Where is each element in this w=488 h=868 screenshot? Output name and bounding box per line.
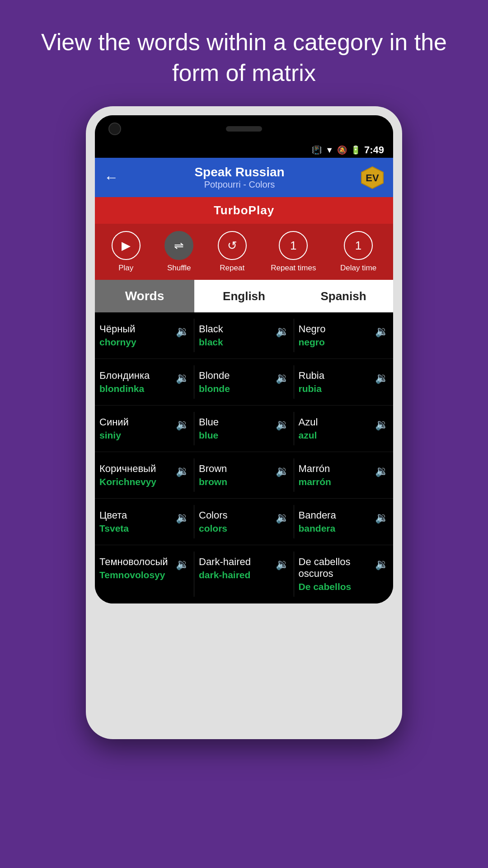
english-header-text: English bbox=[223, 289, 265, 303]
word-english-lower: blonde bbox=[199, 383, 230, 394]
sound-icon-native[interactable]: 🔉 bbox=[176, 465, 189, 477]
sound-icon-spanish[interactable]: 🔉 bbox=[375, 325, 389, 338]
signal-icon: 🔕 bbox=[337, 145, 347, 155]
word-transliteration: blondinka bbox=[99, 383, 150, 394]
sound-icon-native[interactable]: 🔉 bbox=[176, 372, 189, 384]
word-native: Темноволосый bbox=[99, 556, 168, 568]
controls-bar: ▶ Play ⇌ Shuffle ↺ Repeat 1 Repeat times… bbox=[95, 224, 393, 280]
word-cell-native: Блондинка blondinka 🔉 bbox=[95, 365, 194, 399]
sound-icon-english[interactable]: 🔉 bbox=[276, 372, 289, 384]
word-spanish-lower: azul bbox=[299, 430, 318, 441]
repeat-button[interactable]: ↺ bbox=[218, 231, 247, 260]
repeat-times-button[interactable]: 1 bbox=[279, 231, 308, 260]
table-row: Цвета Tsveta 🔉 Colors colors 🔉 Bandera b… bbox=[95, 499, 393, 545]
word-english-lower: colors bbox=[199, 523, 228, 534]
spanish-column-header: Spanish bbox=[294, 280, 393, 312]
sound-icon-spanish[interactable]: 🔉 bbox=[375, 465, 389, 477]
word-cell-english: Black black 🔉 bbox=[194, 319, 294, 352]
shuffle-label: Shuffle bbox=[167, 264, 191, 273]
play-control: ▶ Play bbox=[112, 231, 141, 273]
sound-icon-native[interactable]: 🔉 bbox=[176, 418, 189, 431]
word-spanish-lower: De cabellos bbox=[299, 581, 375, 592]
sound-icon-native[interactable]: 🔉 bbox=[176, 511, 189, 524]
word-english-main: Brown bbox=[199, 463, 227, 475]
word-spanish-main: Negro bbox=[299, 323, 326, 335]
word-english-main: Blonde bbox=[199, 370, 230, 382]
word-english-lower: black bbox=[199, 337, 223, 348]
word-cell-native: Чёрный chornyy 🔉 bbox=[95, 319, 194, 352]
phone-screen: 📳 ▼ 🔕 🔋 7:49 ← Speak Russian Potpourri -… bbox=[95, 115, 393, 604]
word-spanish-lower: negro bbox=[299, 337, 326, 348]
app-logo: EV bbox=[361, 166, 384, 189]
word-cell-native: Цвета Tsveta 🔉 bbox=[95, 505, 194, 538]
word-spanish-main: Bandera bbox=[299, 509, 336, 521]
word-cell-spanish: Azul azul 🔉 bbox=[294, 412, 394, 445]
turboplay-label: TurboPlay bbox=[214, 203, 274, 217]
word-cell-english: Blonde blonde 🔉 bbox=[194, 365, 294, 399]
word-native: Синий bbox=[99, 416, 129, 428]
table-row: Синий siniy 🔉 Blue blue 🔉 Azul azul 🔉 bbox=[95, 406, 393, 452]
word-cell-native: Коричневый Korichnevyy 🔉 bbox=[95, 458, 194, 492]
sound-icon-english[interactable]: 🔉 bbox=[276, 465, 289, 477]
delay-time-label: Delay time bbox=[340, 264, 376, 273]
word-native: Цвета bbox=[99, 509, 129, 521]
word-english-main: Dark-haired bbox=[199, 556, 251, 568]
sound-icon-native[interactable]: 🔉 bbox=[176, 325, 189, 338]
word-english-lower: blue bbox=[199, 430, 219, 441]
word-english-main: Colors bbox=[199, 509, 228, 521]
word-cell-native: Темноволосый Temnovolosyy 🔉 bbox=[95, 552, 194, 597]
sound-icon-spanish[interactable]: 🔉 bbox=[375, 418, 389, 431]
repeat-times-label: Repeat times bbox=[271, 264, 316, 273]
word-cell-spanish: Rubia rubia 🔉 bbox=[294, 365, 394, 399]
page-title: View the words within a category in the … bbox=[0, 0, 488, 106]
word-transliteration: Tsveta bbox=[99, 523, 129, 534]
word-native: Блондинка bbox=[99, 370, 150, 382]
sound-icon-english[interactable]: 🔉 bbox=[276, 558, 289, 571]
english-column-header: English bbox=[194, 280, 294, 312]
wifi-icon: ▼ bbox=[325, 146, 333, 155]
word-cell-spanish: Marrón marrón 🔉 bbox=[294, 458, 394, 492]
app-title-sub: Potpourri - Colors bbox=[194, 179, 284, 190]
word-spanish-main: Azul bbox=[299, 416, 318, 428]
shuffle-button[interactable]: ⇌ bbox=[164, 231, 193, 260]
sound-icon-spanish[interactable]: 🔉 bbox=[375, 372, 389, 384]
sound-icon-spanish[interactable]: 🔉 bbox=[375, 558, 389, 571]
spanish-header-text: Spanish bbox=[320, 289, 366, 303]
phone-frame: 📳 ▼ 🔕 🔋 7:49 ← Speak Russian Potpourri -… bbox=[86, 106, 402, 739]
shuffle-control: ⇌ Shuffle bbox=[164, 231, 193, 273]
word-native: Коричневый bbox=[99, 463, 156, 475]
word-transliteration: Korichnevyy bbox=[99, 476, 156, 487]
words-header-text: Words bbox=[125, 289, 164, 303]
word-english-main: Blue bbox=[199, 416, 219, 428]
word-transliteration: siniy bbox=[99, 430, 129, 441]
back-button[interactable]: ← bbox=[104, 169, 118, 186]
word-spanish-main: Rubia bbox=[299, 370, 324, 382]
sound-icon-english[interactable]: 🔉 bbox=[276, 418, 289, 431]
sound-icon-english[interactable]: 🔉 bbox=[276, 511, 289, 524]
delay-time-button[interactable]: 1 bbox=[344, 231, 373, 260]
sound-icon-native[interactable]: 🔉 bbox=[176, 558, 189, 571]
word-cell-spanish: Negro negro 🔉 bbox=[294, 319, 394, 352]
sound-icon-english[interactable]: 🔉 bbox=[276, 325, 289, 338]
word-spanish-lower: marrón bbox=[299, 476, 331, 487]
app-bar: ← Speak Russian Potpourri - Colors EV bbox=[95, 158, 393, 197]
word-cell-native: Синий siniy 🔉 bbox=[95, 412, 194, 445]
word-spanish-lower: rubia bbox=[299, 383, 324, 394]
repeat-times-control: 1 Repeat times bbox=[271, 231, 316, 273]
word-cell-english: Blue blue 🔉 bbox=[194, 412, 294, 445]
table-row: Темноволосый Temnovolosyy 🔉 Dark-haired … bbox=[95, 545, 393, 604]
speaker-icon bbox=[226, 126, 262, 132]
delay-time-control: 1 Delay time bbox=[340, 231, 376, 273]
play-button[interactable]: ▶ bbox=[112, 231, 141, 260]
play-label: Play bbox=[118, 264, 133, 273]
table-row: Чёрный chornyy 🔉 Black black 🔉 Negro neg… bbox=[95, 312, 393, 359]
sound-icon-spanish[interactable]: 🔉 bbox=[375, 511, 389, 524]
word-native: Чёрный bbox=[99, 323, 136, 335]
status-bar: 📳 ▼ 🔕 🔋 7:49 bbox=[95, 142, 393, 158]
table-row: Коричневый Korichnevyy 🔉 Brown brown 🔉 M… bbox=[95, 452, 393, 499]
word-cell-english: Colors colors 🔉 bbox=[194, 505, 294, 538]
word-table: Чёрный chornyy 🔉 Black black 🔉 Negro neg… bbox=[95, 312, 393, 604]
word-transliteration: chornyy bbox=[99, 337, 136, 348]
table-row: Блондинка blondinka 🔉 Blonde blonde 🔉 Ru… bbox=[95, 359, 393, 406]
repeat-label: Repeat bbox=[220, 264, 244, 273]
